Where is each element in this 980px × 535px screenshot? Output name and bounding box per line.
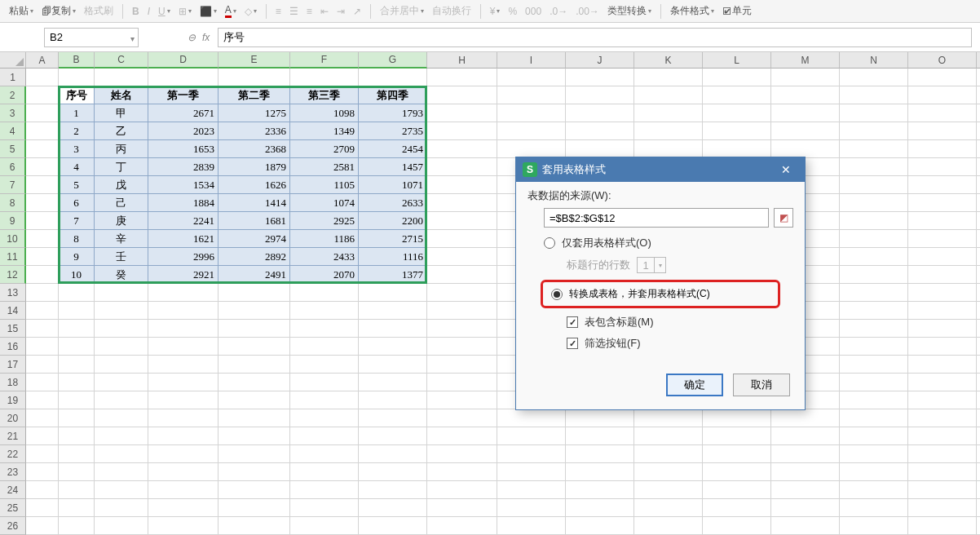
cell[interactable] xyxy=(840,122,908,140)
cell[interactable] xyxy=(977,517,980,535)
merge-center-button[interactable]: 合并居中▾ xyxy=(377,2,426,20)
cell[interactable] xyxy=(908,230,977,248)
cell[interactable] xyxy=(908,69,977,86)
cell[interactable] xyxy=(148,69,219,86)
cell[interactable] xyxy=(290,320,359,338)
cell[interactable]: 10 xyxy=(59,266,95,284)
cell[interactable] xyxy=(219,356,290,374)
cell[interactable] xyxy=(26,284,59,302)
row-header[interactable]: 18 xyxy=(0,374,26,391)
col-header[interactable]: M xyxy=(771,52,840,69)
cell[interactable]: 1 xyxy=(59,104,95,122)
cell[interactable] xyxy=(427,481,497,499)
cell[interactable] xyxy=(703,104,771,122)
cell[interactable] xyxy=(219,374,290,391)
cell[interactable] xyxy=(427,463,497,481)
cell[interactable]: 2925 xyxy=(290,212,359,230)
cell[interactable] xyxy=(59,517,95,535)
cell[interactable] xyxy=(908,356,977,374)
cell[interactable] xyxy=(95,284,148,302)
cell[interactable]: 1098 xyxy=(290,104,359,122)
cell[interactable] xyxy=(908,302,977,320)
row-header[interactable]: 4 xyxy=(0,122,26,140)
col-header[interactable]: D xyxy=(148,52,219,69)
cell[interactable] xyxy=(840,302,908,320)
cell[interactable]: 1116 xyxy=(359,248,427,266)
cell[interactable] xyxy=(59,409,95,427)
cell[interactable]: 2633 xyxy=(359,194,427,212)
col-header[interactable]: E xyxy=(219,52,290,69)
cell[interactable] xyxy=(634,69,703,86)
cell[interactable] xyxy=(359,463,427,481)
cell[interactable] xyxy=(427,69,497,86)
filter-button-row[interactable]: 筛选按钮(F) xyxy=(567,336,793,351)
cell[interactable] xyxy=(840,230,908,248)
cell[interactable] xyxy=(290,481,359,499)
cell[interactable] xyxy=(427,320,497,338)
cell[interactable]: 2336 xyxy=(219,122,290,140)
cell[interactable] xyxy=(703,86,771,104)
cond-format-button[interactable]: 条件格式▾ xyxy=(668,2,717,20)
cell[interactable] xyxy=(771,463,840,481)
cell-style-button[interactable]: 🗹 单元 xyxy=(720,2,754,20)
cell[interactable] xyxy=(703,140,771,158)
cell[interactable] xyxy=(566,445,634,463)
cell[interactable] xyxy=(634,104,703,122)
row-header[interactable]: 9 xyxy=(0,212,26,230)
cell[interactable]: 2070 xyxy=(290,266,359,284)
row-header[interactable]: 17 xyxy=(0,356,26,374)
cell[interactable] xyxy=(59,69,95,86)
cell[interactable]: 第四季 xyxy=(359,86,427,104)
cell[interactable] xyxy=(26,499,59,517)
cell[interactable] xyxy=(95,409,148,427)
cell[interactable] xyxy=(840,140,908,158)
align-center-button[interactable]: ☰ xyxy=(287,2,301,20)
cell[interactable] xyxy=(427,212,497,230)
cell[interactable] xyxy=(703,445,771,463)
cell[interactable] xyxy=(977,499,980,517)
cell[interactable] xyxy=(290,427,359,445)
cell[interactable] xyxy=(95,374,148,391)
cell[interactable] xyxy=(840,374,908,391)
cell[interactable] xyxy=(359,320,427,338)
cell[interactable]: 第三季 xyxy=(290,86,359,104)
cell[interactable] xyxy=(840,463,908,481)
cell[interactable] xyxy=(290,356,359,374)
cell[interactable] xyxy=(634,140,703,158)
cell[interactable] xyxy=(26,140,59,158)
row-header[interactable]: 20 xyxy=(0,409,26,427)
row-header[interactable]: 25 xyxy=(0,499,26,517)
cell[interactable] xyxy=(566,517,634,535)
cell[interactable] xyxy=(977,284,980,302)
fill-color-button[interactable]: ⬛▾ xyxy=(197,2,219,20)
cell[interactable] xyxy=(26,320,59,338)
font-color-button[interactable]: A▾ xyxy=(223,2,239,20)
fx-icon[interactable]: fx xyxy=(202,32,210,43)
cell[interactable] xyxy=(977,140,980,158)
cell[interactable] xyxy=(703,122,771,140)
cell[interactable] xyxy=(908,391,977,409)
cell[interactable] xyxy=(359,499,427,517)
percent-button[interactable]: % xyxy=(505,2,519,20)
cell[interactable] xyxy=(771,122,840,140)
cell[interactable] xyxy=(497,104,566,122)
cell[interactable] xyxy=(95,427,148,445)
cell[interactable] xyxy=(840,409,908,427)
cell[interactable]: 1186 xyxy=(290,230,359,248)
cell[interactable] xyxy=(977,445,980,463)
cell[interactable] xyxy=(497,86,566,104)
cell[interactable] xyxy=(771,409,840,427)
cell[interactable] xyxy=(840,104,908,122)
cell[interactable] xyxy=(26,427,59,445)
cell[interactable]: 2709 xyxy=(290,140,359,158)
cell[interactable] xyxy=(26,409,59,427)
clear-button[interactable]: ◇▾ xyxy=(242,2,259,20)
cell[interactable]: 2454 xyxy=(359,140,427,158)
cell[interactable] xyxy=(908,463,977,481)
cell[interactable] xyxy=(840,194,908,212)
cell[interactable]: 7 xyxy=(59,212,95,230)
col-header[interactable]: F xyxy=(290,52,359,69)
cell[interactable] xyxy=(427,356,497,374)
cell[interactable] xyxy=(977,427,980,445)
cell[interactable] xyxy=(219,284,290,302)
